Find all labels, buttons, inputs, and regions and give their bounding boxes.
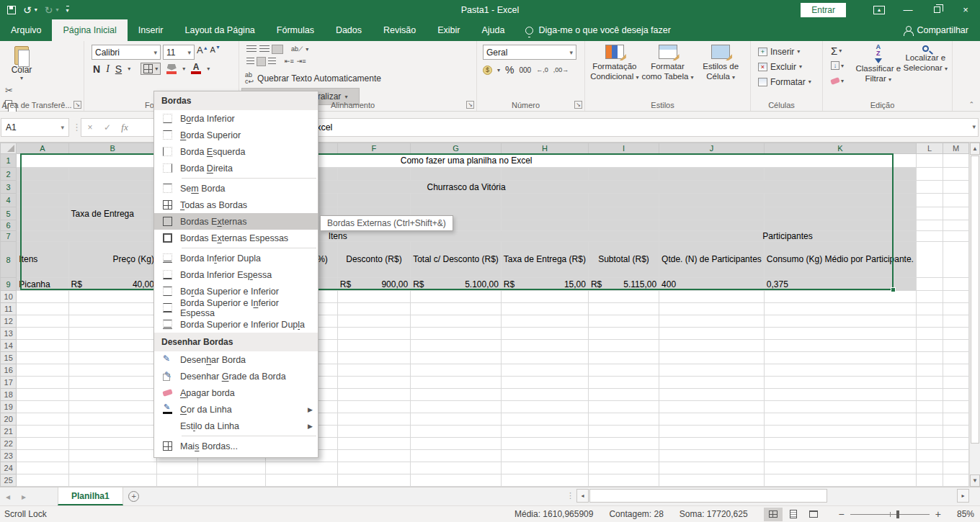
cell[interactable] — [17, 291, 68, 303]
cell[interactable] — [588, 328, 659, 340]
cell[interactable] — [659, 462, 765, 474]
cell[interactable] — [411, 438, 502, 450]
cell[interactable] — [501, 207, 588, 220]
align-middle-icon[interactable] — [259, 45, 270, 53]
menu-item-borda-superior-e-inferior-dupla[interactable]: Borda Superior e Inferior Dupla — [154, 316, 318, 333]
vertical-scrollbar[interactable]: ▲ ▼ — [969, 143, 980, 487]
scroll-up-icon[interactable]: ▲ — [970, 143, 980, 155]
cell[interactable] — [337, 315, 410, 328]
cell[interactable] — [916, 315, 943, 328]
row-header-21[interactable]: 21 — [1, 426, 17, 438]
cell[interactable] — [17, 207, 68, 220]
cell[interactable] — [588, 291, 659, 303]
cell[interactable] — [659, 291, 765, 303]
cell[interactable] — [337, 340, 410, 352]
page-break-view-button[interactable] — [804, 508, 823, 521]
cell[interactable] — [943, 181, 969, 194]
cell[interactable] — [337, 303, 410, 315]
cell[interactable] — [659, 315, 765, 328]
cell[interactable]: Itens — [17, 242, 68, 278]
cell[interactable] — [501, 413, 588, 426]
merge-dropdown-icon[interactable]: ▾ — [344, 94, 347, 100]
column-header-F[interactable]: F — [337, 143, 410, 154]
cell[interactable] — [943, 364, 969, 377]
italic-button[interactable]: I — [106, 63, 110, 75]
cell[interactable] — [588, 194, 659, 207]
menu-item-estilo-da-linha[interactable]: Estilo da Linha▶ — [154, 418, 318, 434]
cell[interactable] — [501, 401, 588, 413]
prev-sheet-icon[interactable]: ◂ — [0, 487, 16, 505]
menu-item-borda-direita[interactable]: Borda Direita — [154, 160, 318, 176]
cell[interactable] — [411, 462, 502, 474]
cell[interactable] — [17, 328, 68, 340]
cell[interactable] — [943, 231, 969, 242]
share-button[interactable]: Compartilhar — [904, 19, 980, 41]
cell[interactable] — [943, 340, 969, 352]
cell[interactable]: R$5.115,00 — [588, 278, 659, 291]
cell[interactable] — [588, 462, 659, 474]
cell[interactable] — [337, 413, 410, 426]
cell[interactable] — [266, 474, 338, 487]
cell[interactable] — [943, 462, 969, 474]
cell[interactable] — [764, 450, 916, 462]
zoom-out-icon[interactable]: − — [839, 508, 845, 520]
cell[interactable] — [916, 220, 943, 231]
cell[interactable] — [764, 401, 916, 413]
fill-color-button[interactable] — [166, 64, 177, 74]
cell[interactable]: R$40,00 — [68, 278, 156, 291]
cell[interactable] — [337, 450, 410, 462]
cell[interactable] — [588, 450, 659, 462]
cell[interactable] — [916, 242, 943, 278]
cell[interactable] — [501, 438, 588, 450]
alignment-dialog-launcher[interactable]: ↘ — [466, 101, 474, 109]
cell[interactable] — [659, 413, 765, 426]
fill-button[interactable]: ↓▾ — [829, 59, 855, 72]
cell[interactable] — [588, 220, 659, 231]
cell[interactable] — [588, 401, 659, 413]
row-header-1[interactable]: 1 — [1, 154, 17, 168]
cell[interactable] — [411, 194, 502, 207]
cell[interactable] — [916, 303, 943, 315]
cell[interactable]: 400 — [659, 278, 765, 291]
row-header-22[interactable]: 22 — [1, 438, 17, 450]
menu-item-borda-inferior-espessa[interactable]: Borda Inferior Espessa — [154, 266, 318, 283]
cell[interactable]: Total c/ Desconto (R$) — [411, 242, 502, 278]
cell[interactable] — [659, 389, 765, 401]
row-header-2[interactable]: 2 — [1, 168, 17, 181]
row-header-25[interactable]: 25 — [1, 474, 17, 487]
cell[interactable] — [943, 377, 969, 389]
cell[interactable] — [501, 474, 588, 487]
cell[interactable] — [764, 340, 916, 352]
cell[interactable] — [943, 315, 969, 328]
menu-item-bordas-externas-espessas[interactable]: Bordas Externas Espessas — [154, 230, 318, 246]
cell[interactable] — [588, 389, 659, 401]
cell[interactable]: Preço (Kg) — [68, 242, 156, 278]
underline-button[interactable]: S — [115, 63, 122, 75]
cell[interactable] — [764, 462, 916, 474]
ribbon-tab-ajuda[interactable]: Ajuda — [471, 19, 515, 41]
cell[interactable] — [411, 328, 502, 340]
cell[interactable] — [588, 315, 659, 328]
cell[interactable] — [588, 474, 659, 487]
number-format-select[interactable]: Geral▾ — [483, 45, 576, 60]
cell[interactable] — [764, 438, 916, 450]
row-header-10[interactable]: 10 — [1, 291, 17, 303]
borders-button[interactable]: ▾ — [141, 63, 161, 75]
ribbon-tab-revisão[interactable]: Revisão — [373, 19, 427, 41]
cell[interactable] — [411, 315, 502, 328]
undo-dropdown-icon[interactable]: ▾ — [35, 6, 37, 13]
cell[interactable] — [916, 401, 943, 413]
cell[interactable] — [337, 328, 410, 340]
cell[interactable] — [411, 291, 502, 303]
cell[interactable] — [17, 364, 68, 377]
fill-handle[interactable] — [891, 287, 896, 292]
cell[interactable] — [17, 303, 68, 315]
cell[interactable] — [17, 220, 68, 231]
column-header-K[interactable]: K — [764, 143, 916, 154]
select-all-corner[interactable] — [1, 143, 17, 154]
cell[interactable] — [764, 315, 916, 328]
paste-button[interactable]: Colar ▾ — [3, 44, 40, 81]
cell[interactable] — [588, 438, 659, 450]
cell[interactable] — [501, 377, 588, 389]
column-header-G[interactable]: G — [411, 143, 502, 154]
